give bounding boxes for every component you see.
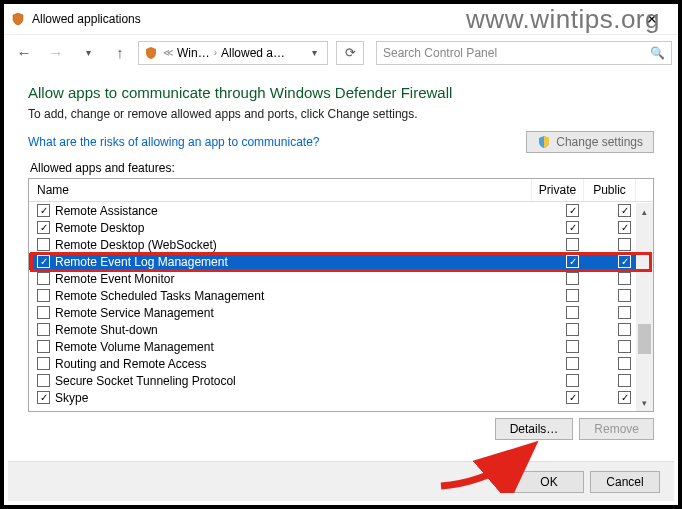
search-input[interactable]: Search Control Panel 🔍 (376, 41, 672, 65)
enable-checkbox[interactable] (37, 374, 50, 387)
list-row[interactable]: Remote Assistance (29, 202, 653, 219)
public-checkbox[interactable] (618, 306, 631, 319)
public-checkbox[interactable] (618, 221, 631, 234)
search-icon: 🔍 (647, 46, 665, 60)
scrollbar-thumb[interactable] (638, 324, 651, 354)
public-checkbox[interactable] (618, 374, 631, 387)
public-checkbox[interactable] (618, 357, 631, 370)
list-row[interactable]: Remote Volume Management (29, 338, 653, 355)
page-subtext: To add, change or remove allowed apps an… (28, 107, 654, 121)
row-name: Remote Scheduled Tasks Management (55, 289, 549, 303)
remove-button[interactable]: Remove (579, 418, 654, 440)
shield-icon (537, 135, 551, 149)
row-name: Remote Event Log Management (55, 255, 549, 269)
risk-link[interactable]: What are the risks of allowing an app to… (28, 135, 516, 149)
enable-checkbox[interactable] (37, 289, 50, 302)
chevron-icon: ≪ (161, 47, 175, 58)
vertical-scrollbar[interactable]: ▴ ▾ (636, 203, 653, 411)
private-checkbox[interactable] (566, 323, 579, 336)
enable-checkbox[interactable] (37, 357, 50, 370)
list-row[interactable]: Remote Desktop (29, 219, 653, 236)
list-row[interactable]: Remote Event Log Management (29, 253, 653, 270)
list-row[interactable]: Secure Socket Tunneling Protocol (29, 372, 653, 389)
public-checkbox[interactable] (618, 272, 631, 285)
title-bar: Allowed applications ✕ (4, 4, 678, 34)
private-cell (549, 374, 601, 387)
public-checkbox[interactable] (618, 255, 631, 268)
public-checkbox[interactable] (618, 391, 631, 404)
app-icon (10, 11, 26, 27)
private-cell (549, 272, 601, 285)
list-row[interactable]: Remote Event Monitor (29, 270, 653, 287)
apps-list: Name Private Public Remote AssistanceRem… (28, 178, 654, 412)
row-name: Skype (55, 391, 549, 405)
breadcrumb-seg2[interactable]: Allowed a… (221, 46, 285, 60)
nav-toolbar: ← → ▾ ↑ ≪ Win… › Allowed a… ▾ ⟳ Search C… (4, 34, 678, 70)
up-button[interactable]: ↑ (106, 39, 134, 67)
row-name: Remote Desktop (55, 221, 549, 235)
breadcrumb-icon (143, 45, 159, 61)
chevron-right-icon: › (212, 47, 219, 58)
enable-checkbox[interactable] (37, 340, 50, 353)
change-settings-button[interactable]: Change settings (526, 131, 654, 153)
public-checkbox[interactable] (618, 204, 631, 217)
breadcrumb-seg1[interactable]: Win… (177, 46, 210, 60)
col-name[interactable]: Name (29, 179, 532, 201)
list-row[interactable]: Remote Desktop (WebSocket) (29, 236, 653, 253)
breadcrumb-dropdown[interactable]: ▾ (305, 47, 323, 58)
breadcrumb[interactable]: ≪ Win… › Allowed a… ▾ (138, 41, 328, 65)
enable-checkbox[interactable] (37, 323, 50, 336)
enable-checkbox[interactable] (37, 306, 50, 319)
ok-button[interactable]: OK (514, 471, 584, 493)
public-checkbox[interactable] (618, 289, 631, 302)
public-checkbox[interactable] (618, 238, 631, 251)
private-checkbox[interactable] (566, 289, 579, 302)
private-checkbox[interactable] (566, 374, 579, 387)
forward-button[interactable]: → (42, 39, 70, 67)
details-button[interactable]: Details… (495, 418, 574, 440)
refresh-button[interactable]: ⟳ (336, 41, 364, 65)
private-checkbox[interactable] (566, 340, 579, 353)
cancel-button[interactable]: Cancel (590, 471, 660, 493)
public-checkbox[interactable] (618, 340, 631, 353)
private-cell (549, 255, 601, 268)
col-private[interactable]: Private (532, 179, 584, 201)
private-cell (549, 357, 601, 370)
private-checkbox[interactable] (566, 357, 579, 370)
enable-checkbox[interactable] (37, 238, 50, 251)
list-row[interactable]: Routing and Remote Access (29, 355, 653, 372)
private-checkbox[interactable] (566, 255, 579, 268)
public-checkbox[interactable] (618, 323, 631, 336)
col-public[interactable]: Public (584, 179, 636, 201)
list-row[interactable]: Remote Scheduled Tasks Management (29, 287, 653, 304)
private-cell (549, 221, 601, 234)
private-checkbox[interactable] (566, 221, 579, 234)
enable-checkbox[interactable] (37, 391, 50, 404)
enable-checkbox[interactable] (37, 221, 50, 234)
enable-checkbox[interactable] (37, 204, 50, 217)
private-cell (549, 340, 601, 353)
row-name: Remote Event Monitor (55, 272, 549, 286)
private-checkbox[interactable] (566, 306, 579, 319)
enable-checkbox[interactable] (37, 255, 50, 268)
list-row[interactable]: Remote Service Management (29, 304, 653, 321)
enable-checkbox[interactable] (37, 272, 50, 285)
private-cell (549, 289, 601, 302)
scroll-up-icon[interactable]: ▴ (636, 203, 653, 220)
close-button[interactable]: ✕ (632, 11, 672, 27)
scroll-down-icon[interactable]: ▾ (636, 394, 653, 411)
page-heading: Allow apps to communicate through Window… (28, 84, 654, 101)
recent-dropdown[interactable]: ▾ (74, 39, 102, 67)
back-button[interactable]: ← (10, 39, 38, 67)
private-checkbox[interactable] (566, 204, 579, 217)
list-row[interactable]: Remote Shut-down (29, 321, 653, 338)
window-title: Allowed applications (32, 12, 141, 26)
private-checkbox[interactable] (566, 391, 579, 404)
private-cell (549, 323, 601, 336)
private-cell (549, 204, 601, 217)
private-cell (549, 238, 601, 251)
list-header: Name Private Public (29, 179, 653, 202)
private-checkbox[interactable] (566, 272, 579, 285)
list-row[interactable]: Skype (29, 389, 653, 406)
private-checkbox[interactable] (566, 238, 579, 251)
